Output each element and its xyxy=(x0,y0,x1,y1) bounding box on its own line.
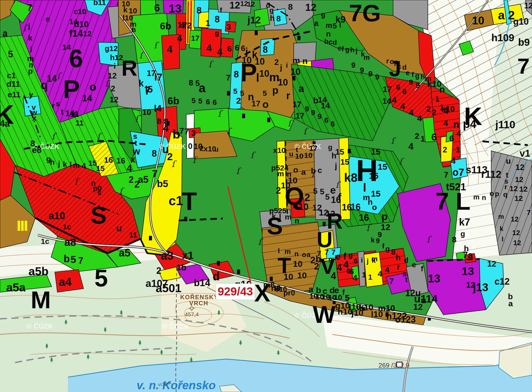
parcel-label: r112 xyxy=(481,169,501,180)
parcel-label: 7 xyxy=(152,168,158,179)
parcel-label: 7 xyxy=(527,209,531,216)
boundary-mark xyxy=(297,36,300,40)
parcel-label: a xyxy=(3,28,8,38)
section-letter: T xyxy=(181,187,197,215)
parcel-label: 2 xyxy=(236,96,241,105)
parcel-label: 8 xyxy=(276,14,281,23)
parcel-label: b xyxy=(64,253,70,264)
parcel-label: f xyxy=(341,45,344,53)
parcel-label: 9 xyxy=(305,105,309,113)
parcel-polygon xyxy=(491,151,532,255)
parcel-label: 12 xyxy=(512,229,520,237)
parcel-label: 6b xyxy=(168,95,179,106)
parcel-label: m xyxy=(285,213,292,221)
parcel-label: u xyxy=(421,295,426,305)
parcel-label: f14 xyxy=(69,28,83,39)
parcel-label: k10 xyxy=(441,104,454,113)
section-letter: P xyxy=(240,58,257,86)
parcel-label: e8 xyxy=(32,145,42,155)
section-letter: V xyxy=(320,254,335,279)
parcel-label: 16 xyxy=(116,156,125,165)
parcel-label: m xyxy=(326,21,332,29)
parcel-label: 8 xyxy=(152,148,157,159)
parcel-label: 4 xyxy=(167,44,173,55)
parcel-label: 7 xyxy=(444,170,448,179)
parcel-label: 6 xyxy=(402,87,407,96)
parcel-label: l xyxy=(502,235,503,243)
parcel-label: 7 xyxy=(78,255,83,266)
section-letter: S xyxy=(91,202,107,229)
parcel-label: c12 xyxy=(495,276,510,287)
parcel-label: 6 xyxy=(431,132,437,143)
parcel-label: g xyxy=(328,143,332,151)
parcel-label: 4 xyxy=(443,118,448,128)
parcel-label: 4/2 xyxy=(180,21,192,30)
parcel-label: 2 xyxy=(415,132,419,141)
parcel-label: 1b xyxy=(176,263,186,272)
parcel-label: f xyxy=(342,288,345,296)
parcel-label: 5 xyxy=(240,89,244,97)
parcel-label: 1 xyxy=(421,134,425,143)
elevation-ratio-left: 269 / xyxy=(378,362,393,369)
parcel-label: 8 xyxy=(157,117,162,126)
parcel-label: 4 xyxy=(409,108,414,117)
parcel-label: p xyxy=(28,67,33,75)
parcel-label: 4 xyxy=(400,101,405,111)
cuzk-watermark: © ČÚZK xyxy=(162,322,189,330)
parcel-label: d10 xyxy=(74,19,89,29)
parcel-label: 3 xyxy=(191,128,196,138)
parcel-label: e xyxy=(46,15,50,23)
parcel-label: n xyxy=(326,30,331,38)
cuzk-watermark: © ČÚZK xyxy=(26,322,53,330)
parcel-label: i xyxy=(114,62,116,70)
parcel-label: k7 xyxy=(459,216,470,228)
parcel-label: 5 xyxy=(313,187,318,196)
summit-elevation: 457,4 xyxy=(185,311,199,318)
parcel-label: 8 xyxy=(189,78,193,87)
parcel-label: 5 xyxy=(198,97,203,105)
parcel-label: j xyxy=(355,47,358,54)
parcel-label: 15 xyxy=(96,164,104,172)
section-letter: U xyxy=(317,227,333,252)
parcel-label: h xyxy=(421,73,425,81)
parcel-label: 11 xyxy=(75,119,84,127)
parcel-label: a xyxy=(298,83,304,94)
section-letter: W xyxy=(313,301,336,328)
section-letter: 7 L xyxy=(436,188,471,215)
parcel-label: j xyxy=(280,63,282,72)
parcel-label: e xyxy=(330,185,336,196)
parcel-label: 11 xyxy=(129,231,137,239)
boundary-mark xyxy=(149,236,152,240)
boundary-mark xyxy=(323,222,326,226)
parcel-label: 2 xyxy=(305,192,310,203)
parcel-label: 10 xyxy=(142,108,151,117)
parcel-label: 9 xyxy=(416,81,420,90)
callout-parcel-number: 929/43 xyxy=(218,285,253,298)
parcel-label: 5 xyxy=(333,22,337,30)
section-letter: K xyxy=(464,102,482,130)
parcel-label: 7a xyxy=(463,250,473,260)
parcel-label: d xyxy=(332,38,337,46)
parcel-label: 10 xyxy=(259,68,269,79)
parcel-label: n xyxy=(294,250,298,258)
cadastral-map-viewport[interactable]: © ČÚZK © ČÚZK © ČÚZK © ČÚZK © ČÚZK © ČÚZ… xyxy=(0,0,532,392)
parcel-label: 6 xyxy=(227,44,232,53)
parcel-label: 2 xyxy=(274,58,279,67)
parcel-label: m xyxy=(473,193,480,201)
parcel-label: a 2 xyxy=(498,9,515,22)
parcel-label: m xyxy=(364,54,370,61)
parcel-label: 14 xyxy=(47,73,57,84)
boundary-mark xyxy=(227,91,230,96)
parcel-label: 6 xyxy=(154,2,160,13)
parcel-label: d xyxy=(213,270,220,283)
parcel-label: 6 xyxy=(354,257,358,265)
parcel-label: o xyxy=(262,99,269,110)
parcel-label: g xyxy=(345,46,349,53)
parcel-label: a xyxy=(314,19,319,28)
section-letter: P xyxy=(63,75,80,103)
parcel-label: r xyxy=(397,263,400,271)
parcel-label: h xyxy=(396,253,401,262)
parcel-label: o xyxy=(302,251,306,258)
parcel-label: 9 xyxy=(368,69,373,78)
parcel-label: 4 xyxy=(336,262,342,273)
